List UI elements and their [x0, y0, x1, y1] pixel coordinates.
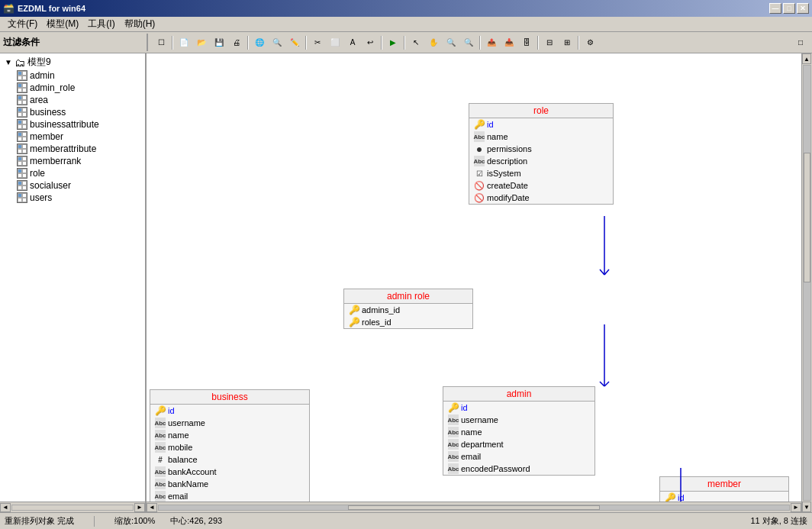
toolbar-zoomin-btn[interactable]: 🔍: [443, 34, 459, 51]
tree-item-role[interactable]: role: [2, 167, 143, 179]
prohibited-icon1: 🚫: [474, 180, 485, 191]
key-icon: 🔑: [474, 119, 485, 130]
tree-item-admin[interactable]: admin: [2, 69, 143, 82]
toolbar-layout-btn[interactable]: ⊞: [559, 34, 575, 51]
toolbar-play-btn[interactable]: ▶: [385, 34, 401, 51]
er-row-business-bankaccount: Abc bankAccount: [150, 466, 309, 478]
er-row-role-issystem: ☑ isSystem: [469, 167, 613, 179]
menu-file[interactable]: 文件(F): [3, 16, 42, 32]
toolbar-select-btn[interactable]: ☐: [153, 34, 169, 51]
er-table-admin-role[interactable]: admin role 🔑 admins_id 🔑 roles_id: [343, 289, 473, 329]
er-table-admin-role-header: admin role: [344, 289, 472, 304]
toolbar-settings-btn[interactable]: ⚙: [582, 34, 598, 51]
er-row-role-description: Abc description: [469, 155, 613, 167]
er-table-role[interactable]: role 🔑 id Abc name ● permissions: [469, 103, 614, 205]
er-table-member[interactable]: member 🔑 id Abc name Abc username: [659, 476, 789, 502]
toolbar-save-btn[interactable]: 💾: [211, 34, 227, 51]
tree-panel: ▼ 🗂 模型9 admin: [0, 53, 145, 502]
menu-help[interactable]: 帮助(H): [120, 16, 160, 32]
toolbar-globe-btn[interactable]: 🌐: [251, 34, 268, 51]
key-icon7: 🔑: [665, 492, 675, 502]
toolbar-export-btn[interactable]: 📤: [483, 34, 500, 51]
er-table-business-header: business: [150, 390, 309, 405]
status-message: 重新排列对象 完成: [5, 515, 74, 527]
svg-line-5: [604, 382, 609, 386]
er-row-admin-email: Abc email: [443, 450, 594, 463]
key-icon3: 🔑: [349, 305, 359, 315]
abc-icon10: Abc: [155, 418, 166, 428]
app-icon: 🗃️: [3, 3, 14, 14]
prohibited-icon2: 🚫: [474, 192, 485, 203]
status-objects: 11 对象, 8 连接: [750, 515, 807, 527]
abc-icon8: Abc: [448, 451, 459, 462]
toolbar-arrow-btn[interactable]: ↩: [362, 34, 379, 51]
window-title: EZDML for win64: [18, 4, 85, 13]
er-row-role-modifydate: 🚫 modifyDate: [469, 192, 613, 204]
menu-tools[interactable]: 工具(I): [83, 16, 119, 32]
svg-line-4: [600, 382, 604, 386]
tree-item-memberattribute[interactable]: memberattribute: [2, 143, 143, 155]
toolbar-import-btn[interactable]: 📥: [501, 34, 517, 51]
tree-item-socialuser[interactable]: socialuser: [2, 179, 143, 192]
left-hscroll[interactable]: ◄ ►: [0, 502, 145, 512]
abc-icon: Abc: [474, 131, 485, 142]
toolbar-hand-btn[interactable]: ✋: [425, 34, 442, 51]
menu-model[interactable]: 模型(M): [42, 16, 83, 32]
er-row-role-createdate: 🚫 createDate: [469, 179, 613, 192]
er-table-business[interactable]: business 🔑 id Abc username Abc name: [150, 389, 310, 502]
minimize-button[interactable]: —: [769, 3, 781, 14]
er-row-business-email: Abc email: [150, 490, 309, 502]
er-row-business-id: 🔑 id: [150, 405, 309, 417]
tree-item-businessattribute[interactable]: businessattribute: [2, 118, 143, 131]
er-row-member-id: 🔑 id: [660, 492, 788, 502]
toolbar-open-btn[interactable]: 📂: [193, 34, 210, 51]
title-bar: 🗃️ EZDML for win64 — □ ✕: [0, 0, 812, 17]
filter-label: 过滤条件: [3, 36, 40, 49]
tree-item-area[interactable]: area: [2, 94, 143, 106]
toolbar-cursor-btn[interactable]: ↖: [408, 34, 424, 51]
close-button[interactable]: ✕: [797, 3, 809, 14]
toolbar-btn4[interactable]: 🖨: [228, 34, 245, 51]
status-zoom: 缩放:100%: [114, 515, 155, 527]
toolbar-corner-btn[interactable]: □: [792, 34, 809, 51]
tree-item-memberrank[interactable]: memberrank: [2, 155, 143, 167]
toolbar-text-btn[interactable]: A: [344, 34, 361, 51]
toolbar-cut-btn[interactable]: ✂: [309, 34, 326, 51]
er-row-adminrole-adminsid: 🔑 admins_id: [344, 304, 472, 316]
er-table-admin[interactable]: admin 🔑 id Abc username Abc name: [443, 386, 595, 476]
abc-icon15: Abc: [155, 491, 166, 502]
tree-item-member[interactable]: member: [2, 131, 143, 143]
er-row-admin-username: Abc username: [443, 414, 594, 426]
abc-icon9: Abc: [448, 463, 459, 474]
canvas-hscroll[interactable]: ◄ ►: [147, 502, 801, 512]
tree-root-model[interactable]: ▼ 🗂 模型9: [2, 55, 143, 69]
canvas-vscroll[interactable]: ▲ ▼: [801, 53, 812, 512]
er-row-business-mobile: Abc mobile: [150, 441, 309, 453]
er-row-admin-department: Abc department: [443, 438, 594, 450]
abc-icon14: Abc: [155, 479, 166, 489]
abc-icon11: Abc: [155, 430, 166, 440]
abc-icon12: Abc: [155, 442, 166, 453]
toolbar-new-btn[interactable]: 📄: [176, 34, 192, 51]
toolbar-edit-btn[interactable]: ✏️: [286, 34, 303, 51]
toolbar-db-btn[interactable]: 🗄: [518, 34, 535, 51]
status-center: 中心:426, 293: [170, 515, 222, 527]
blob-icon: ●: [474, 144, 485, 154]
toolbar: 过滤条件 ☐ 📄 📂 💾 🖨 🌐 🔍 ✏️ ✂ ⬜ A ↩ ▶: [0, 32, 812, 53]
canvas[interactable]: role 🔑 id Abc name ● permissions: [147, 53, 801, 502]
toolbar-arrange-btn[interactable]: ⊟: [541, 34, 558, 51]
toolbar-zoomout-btn[interactable]: 🔍: [460, 34, 477, 51]
abc-icon13: Abc: [155, 466, 166, 477]
toolbar-search-btn[interactable]: 🔍: [269, 34, 285, 51]
er-table-role-header: role: [469, 104, 613, 118]
tree-item-users[interactable]: users: [2, 192, 143, 204]
num-icon1: #: [155, 454, 166, 465]
tree-item-admin-role[interactable]: admin_role: [2, 82, 143, 94]
er-row-role-name: Abc name: [469, 131, 613, 143]
tree-item-business[interactable]: business: [2, 106, 143, 118]
er-table-admin-header: admin: [443, 387, 594, 402]
toolbar-copy-btn[interactable]: ⬜: [327, 34, 343, 51]
svg-line-1: [600, 269, 604, 275]
er-row-adminrole-rolesid: 🔑 roles_id: [344, 316, 472, 328]
maximize-button[interactable]: □: [783, 3, 795, 14]
